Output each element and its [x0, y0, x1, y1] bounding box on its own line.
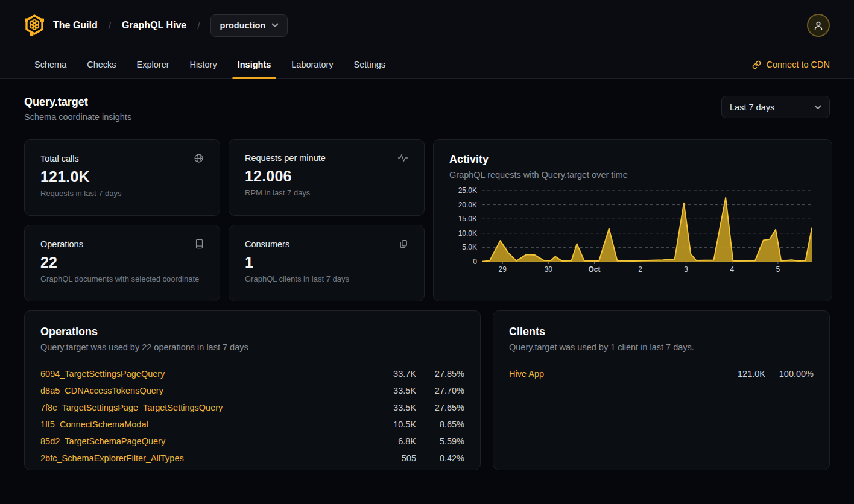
stat-title: Consumers [245, 239, 289, 249]
list-item: 85d2_TargetSchemaPageQuery 6.8K 5.59% [40, 433, 464, 450]
stat-caption: Requests in last 7 days [40, 189, 204, 198]
list-item: 6094_TargetSettingsPageQuery 33.7K 27.85… [40, 365, 464, 382]
operation-count: 505 [373, 453, 416, 463]
stat-card-requests-per-minute: Requests per minute 12.006 RPM in last 7… [229, 139, 425, 216]
clients-list: Hive App 121.0K 100.00% [509, 365, 814, 382]
chevron-down-icon [814, 105, 821, 110]
globe-icon [194, 153, 204, 163]
page-subtitle: Schema coordinate insights [24, 112, 131, 122]
svg-text:0: 0 [473, 257, 477, 266]
operation-percentage: 27.65% [416, 403, 464, 412]
operation-link[interactable]: Hive App [509, 369, 722, 379]
clients-title: Clients [509, 326, 814, 338]
tab-insights[interactable]: Insights [227, 51, 282, 78]
svg-text:29: 29 [499, 265, 507, 274]
user-icon [814, 20, 823, 31]
period-selector-value: Last 7 days [730, 102, 774, 112]
tab-settings[interactable]: Settings [344, 51, 396, 78]
activity-chart[interactable]: 05.0K10.0K15.0K20.0K25.0K2930Oct2345 [449, 187, 816, 277]
stat-value: 12.006 [245, 168, 408, 185]
operation-link[interactable]: 2bfc_SchemaExplorerFilter_AllTypes [40, 453, 373, 463]
operation-count: 121.0K [722, 369, 765, 379]
operation-percentage: 5.59% [416, 436, 464, 446]
breadcrumb: The Guild / GraphQL Hive / production [53, 14, 288, 37]
target-selector-value: production [220, 20, 265, 30]
svg-text:5.0K: 5.0K [462, 243, 477, 251]
list-item: d8a5_CDNAccessTokensQuery 33.5K 27.70% [40, 382, 464, 399]
stat-title: Operations [40, 239, 83, 249]
operation-count: 33.5K [373, 403, 416, 412]
clients-subtitle: Query.target was used by 1 client in las… [509, 342, 814, 352]
user-avatar[interactable] [807, 14, 830, 37]
activity-icon [397, 153, 408, 163]
connect-to-cdn-button[interactable]: Connect to CDN [752, 51, 830, 78]
operation-percentage: 27.85% [416, 369, 464, 379]
list-item: 7f8c_TargetSettingsPage_TargetSettingsQu… [40, 399, 464, 416]
svg-text:3: 3 [684, 265, 688, 274]
stat-caption: GraphQL documents with selected coordina… [40, 274, 204, 283]
operation-link[interactable]: 6094_TargetSettingsPageQuery [40, 369, 373, 379]
operations-list: 6094_TargetSettingsPageQuery 33.7K 27.85… [40, 365, 464, 467]
connect-to-cdn-label: Connect to CDN [766, 60, 830, 69]
stat-card-operations: Operations 22 GraphQL documents with sel… [24, 225, 220, 301]
operations-title: Operations [40, 326, 464, 338]
breadcrumb-org[interactable]: The Guild [53, 20, 98, 31]
operation-count: 10.5K [373, 420, 416, 429]
breadcrumb-separator: / [109, 20, 111, 31]
breadcrumb-project[interactable]: GraphQL Hive [122, 20, 186, 31]
activity-title: Activity [449, 153, 816, 166]
operation-percentage: 0.42% [416, 453, 464, 463]
copy-icon [399, 239, 408, 249]
list-item: Hive App 121.0K 100.00% [509, 365, 814, 382]
operation-link[interactable]: d8a5_CDNAccessTokensQuery [40, 386, 373, 395]
operation-link[interactable]: 1ff5_ConnectSchemaModal [40, 420, 373, 429]
tab-bar: Schema Checks Explorer History Insights … [0, 51, 854, 78]
operation-percentage: 27.70% [416, 386, 464, 395]
list-item: 2bfc_SchemaExplorerFilter_AllTypes 505 0… [40, 450, 464, 467]
stat-card-consumers: Consumers 1 GraphQL clients in last 7 da… [229, 225, 425, 301]
operations-panel: Operations Query.target was used by 22 o… [24, 310, 481, 470]
svg-text:Oct: Oct [588, 265, 600, 274]
svg-text:10.0K: 10.0K [458, 229, 477, 238]
tab-checks[interactable]: Checks [77, 51, 126, 78]
target-selector[interactable]: production [210, 14, 288, 37]
operation-link[interactable]: 85d2_TargetSchemaPageQuery [40, 436, 373, 446]
operation-link[interactable]: 7f8c_TargetSettingsPage_TargetSettingsQu… [40, 403, 373, 412]
stat-value: 22 [40, 254, 204, 271]
page-title: Query.target [24, 96, 131, 109]
hive-logo-icon[interactable] [24, 14, 45, 37]
operation-count: 6.8K [373, 436, 416, 446]
book-icon [195, 239, 204, 249]
chevron-down-icon [271, 23, 279, 28]
app-header: The Guild / GraphQL Hive / production Sc… [0, 0, 854, 79]
stat-value: 1 [245, 254, 408, 271]
svg-text:5: 5 [776, 265, 780, 274]
stat-title: Requests per minute [245, 153, 326, 163]
operation-count: 33.7K [373, 369, 416, 379]
tab-schema[interactable]: Schema [24, 51, 77, 78]
stat-caption: GraphQL clients in last 7 days [245, 274, 408, 283]
svg-text:20.0K: 20.0K [458, 201, 477, 209]
svg-text:30: 30 [545, 265, 553, 274]
clients-panel: Clients Query.target was used by 1 clien… [493, 310, 830, 470]
period-selector[interactable]: Last 7 days [721, 96, 830, 118]
breadcrumb-separator: / [197, 20, 200, 31]
svg-text:4: 4 [730, 265, 734, 274]
stat-caption: RPM in last 7 days [245, 188, 408, 197]
operation-percentage: 100.00% [765, 369, 814, 379]
operation-percentage: 8.65% [416, 420, 464, 429]
list-item: 1ff5_ConnectSchemaModal 10.5K 8.65% [40, 416, 464, 433]
svg-text:15.0K: 15.0K [458, 215, 477, 223]
link-icon [752, 60, 761, 69]
tab-history[interactable]: History [180, 51, 227, 78]
svg-text:2: 2 [638, 265, 642, 274]
svg-text:25.0K: 25.0K [458, 187, 477, 195]
tab-explorer[interactable]: Explorer [127, 51, 180, 78]
activity-panel: Activity GraphQL requests with Query.tar… [433, 139, 832, 301]
stat-card-total-calls: Total calls 121.0K Requests in last 7 da… [24, 139, 220, 216]
stat-value: 121.0K [40, 168, 204, 186]
activity-subtitle: GraphQL requests with Query.target over … [449, 170, 816, 180]
tab-laboratory[interactable]: Laboratory [281, 51, 343, 78]
operation-count: 33.5K [373, 386, 416, 395]
operations-subtitle: Query.target was used by 22 operations i… [40, 342, 464, 352]
